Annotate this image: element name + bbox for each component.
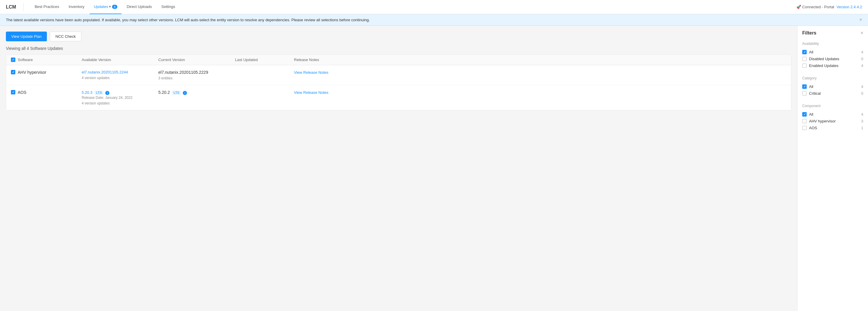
- nav-divider: [23, 3, 24, 11]
- app-logo: LCM: [6, 4, 16, 10]
- updates-badge: 4: [112, 5, 117, 9]
- filter-category-all[interactable]: All 4: [802, 83, 863, 90]
- nav-item-settings[interactable]: Settings: [157, 0, 179, 14]
- component-all-checkbox[interactable]: [802, 112, 807, 117]
- ahv-available-version: el7.nutanix.20201105.2244 4 version upda…: [82, 70, 158, 80]
- filter-category-critical[interactable]: Critical 0: [802, 90, 863, 97]
- table-row: AOS 5.20.3 LTS i Release Date: January 2…: [6, 85, 791, 110]
- ahv-entities-link[interactable]: 3 entities: [158, 76, 235, 80]
- banner-text: The latest available versions have been …: [6, 18, 370, 22]
- availability-enabled-checkbox[interactable]: [802, 63, 807, 68]
- aos-available-lts-badge: LTS: [95, 91, 103, 95]
- aos-release-notes: View Release Notes: [294, 90, 786, 95]
- nav-item-updates[interactable]: Updates ▾ 4: [90, 0, 121, 14]
- filter-component-title: Component: [802, 104, 863, 108]
- select-all-checkbox[interactable]: [11, 58, 16, 62]
- updates-dropdown-arrow: ▾: [109, 5, 111, 8]
- component-aos-checkbox[interactable]: [802, 126, 807, 130]
- banner-close-button[interactable]: ×: [860, 17, 862, 22]
- ahv-current-version: el7.nutanix.20201105.2229 3 entities: [158, 70, 235, 80]
- ahv-available-version-link[interactable]: el7.nutanix.20201105.2244: [82, 70, 158, 74]
- rocket-icon: 🚀: [796, 5, 801, 9]
- filter-component-aos[interactable]: AOS 1: [802, 124, 863, 131]
- aos-name: AOS: [18, 90, 27, 95]
- filter-component-ahv[interactable]: AHV hypervisor 3: [802, 118, 863, 124]
- toolbar: View Update Plan NCC Check: [6, 32, 791, 41]
- ahv-checkbox[interactable]: [11, 70, 16, 74]
- category-all-label: All: [809, 84, 813, 89]
- header-current-version: Current Version: [158, 58, 235, 62]
- availability-all-count: 4: [861, 50, 863, 54]
- component-all-count: 4: [861, 112, 863, 117]
- availability-enabled-count: 4: [861, 63, 863, 68]
- filter-section-category: Category All 4 Critical 0: [802, 76, 863, 97]
- header-last-updated: Last Updated: [235, 58, 294, 62]
- filter-close-button[interactable]: ×: [861, 30, 863, 36]
- aos-current-info-icon[interactable]: i: [183, 91, 187, 95]
- component-ahv-label: AHV hypervisor: [809, 119, 836, 123]
- category-all-checkbox[interactable]: [802, 84, 807, 89]
- header-software: Software: [11, 58, 82, 62]
- component-aos-label: AOS: [809, 126, 817, 130]
- availability-disabled-checkbox[interactable]: [802, 57, 807, 61]
- section-title: Viewing all 4 Software Updates: [6, 46, 791, 51]
- component-ahv-checkbox[interactable]: [802, 119, 807, 123]
- filter-availability-title: Availability: [802, 41, 863, 46]
- updates-table: Software Available Version Current Versi…: [6, 54, 791, 110]
- nav-item-direct-uploads[interactable]: Direct Uploads: [123, 0, 156, 14]
- ahv-name: AHV hypervisor: [18, 70, 46, 75]
- aos-release-date: Release Date: January 24, 2022: [82, 95, 158, 100]
- availability-all-checkbox[interactable]: [802, 50, 807, 54]
- main-content: View Update Plan NCC Check Viewing all 4…: [0, 26, 868, 311]
- aos-available-version: 5.20.3 LTS i Release Date: January 24, 2…: [82, 90, 158, 105]
- category-all-count: 4: [861, 84, 863, 89]
- ahv-version-count: 4 version updates: [82, 76, 158, 80]
- component-aos-count: 1: [861, 126, 863, 130]
- availability-all-label: All: [809, 50, 813, 54]
- filter-availability-enabled[interactable]: Enabled Updates 4: [802, 62, 863, 69]
- aos-available-version-line: 5.20.3 LTS i: [82, 90, 158, 95]
- content-area: View Update Plan NCC Check Viewing all 4…: [0, 26, 797, 311]
- aos-available-info-icon[interactable]: i: [105, 91, 110, 95]
- info-banner: The latest available versions have been …: [0, 14, 868, 26]
- availability-enabled-label: Enabled Updates: [809, 63, 838, 68]
- aos-current-version-text: 5.20.2 LTS i: [158, 90, 235, 95]
- filter-panel: Filters × Availability All 4 Disabled Up…: [797, 26, 868, 311]
- filter-component-all[interactable]: All 4: [802, 111, 863, 118]
- ahv-view-release-notes[interactable]: View Release Notes: [294, 70, 329, 75]
- nav-right: 🚀 Connected - Portal Version 2.4.4.2: [796, 5, 862, 9]
- filter-category-title: Category: [802, 76, 863, 80]
- filter-title: Filters: [802, 30, 816, 36]
- view-update-plan-button[interactable]: View Update Plan: [6, 32, 47, 41]
- component-all-label: All: [809, 112, 813, 117]
- aos-view-release-notes[interactable]: View Release Notes: [294, 90, 329, 95]
- filter-section-availability: Availability All 4 Disabled Updates 0 En…: [802, 41, 863, 69]
- table-row: AHV hypervisor el7.nutanix.20201105.2244…: [6, 65, 791, 85]
- filter-header: Filters ×: [802, 30, 863, 36]
- header-available-version: Available Version: [82, 58, 158, 62]
- ahv-current-version-text: el7.nutanix.20201105.2229: [158, 70, 235, 75]
- table-header: Software Available Version Current Versi…: [6, 55, 791, 65]
- component-ahv-count: 3: [861, 119, 863, 123]
- category-critical-count: 0: [861, 91, 863, 95]
- nav-item-best-practices[interactable]: Best Practices: [31, 0, 63, 14]
- category-critical-label: Critical: [809, 91, 821, 95]
- connection-status: 🚀 Connected - Portal: [796, 5, 834, 9]
- nav-item-inventory[interactable]: Inventory: [65, 0, 88, 14]
- category-critical-checkbox[interactable]: [802, 91, 807, 95]
- ahv-release-notes: View Release Notes: [294, 70, 786, 75]
- version-link[interactable]: Version 2.4.4.2: [836, 5, 862, 9]
- aos-checkbox[interactable]: [11, 90, 16, 94]
- availability-disabled-count: 0: [861, 57, 863, 61]
- col-software-ahv: AHV hypervisor: [11, 70, 82, 75]
- aos-available-version-link[interactable]: 5.20.3: [82, 90, 92, 95]
- filter-availability-disabled[interactable]: Disabled Updates 0: [802, 55, 863, 62]
- aos-version-count: 4 version updates: [82, 101, 158, 105]
- availability-disabled-label: Disabled Updates: [809, 57, 839, 61]
- nav-items: Best Practices Inventory Updates ▾ 4 Dir…: [31, 0, 796, 14]
- filter-section-component: Component All 4 AHV hypervisor 3 AOS: [802, 104, 863, 131]
- filter-availability-all[interactable]: All 4: [802, 49, 863, 55]
- aos-current-lts-badge: LTS: [172, 91, 181, 95]
- header-release-notes: Release Notes: [294, 58, 786, 62]
- ncc-check-button[interactable]: NCC Check: [50, 32, 82, 41]
